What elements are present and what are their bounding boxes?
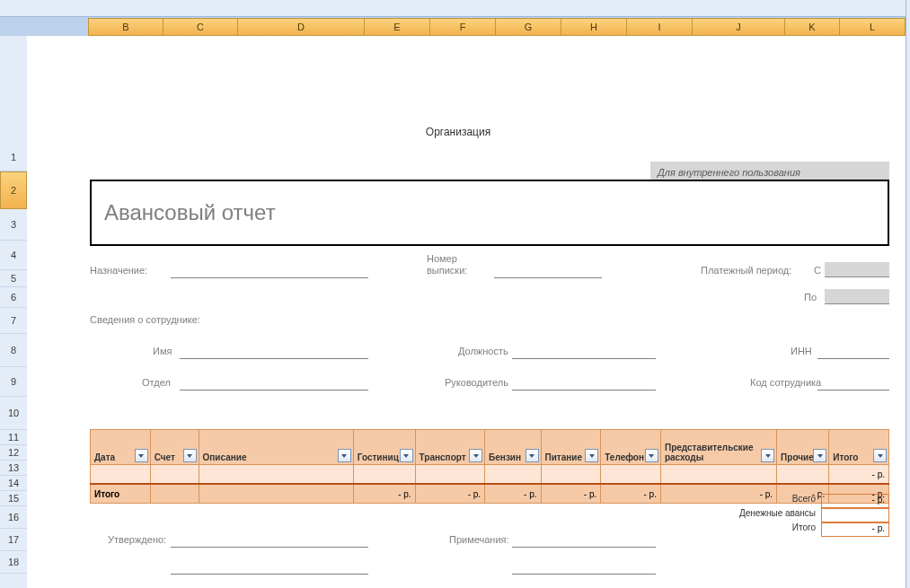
summary-grand-row: Итого - р.: [692, 522, 889, 537]
label-notes: Примечания:: [449, 534, 509, 545]
row-head-8[interactable]: 8: [0, 334, 27, 367]
cell[interactable]: - р.: [829, 465, 889, 485]
field-notes-1[interactable]: [512, 546, 656, 548]
th-hotel[interactable]: Гостиниц: [353, 430, 415, 465]
row-head-17[interactable]: 17: [0, 529, 27, 551]
cell: - р.: [415, 484, 484, 504]
col-head-E[interactable]: E: [364, 18, 430, 36]
summary-value[interactable]: - р.: [821, 494, 889, 508]
field-pay-to[interactable]: [825, 289, 889, 304]
filter-icon[interactable]: [400, 449, 413, 462]
field-position[interactable]: [512, 357, 656, 359]
th-phone[interactable]: Телефон: [601, 430, 661, 465]
cell[interactable]: [91, 465, 151, 485]
row-head-4[interactable]: 4: [0, 241, 27, 270]
row-head-15[interactable]: 15: [0, 491, 27, 506]
row-label: 2: [11, 185, 16, 196]
row-head-5[interactable]: 5: [0, 270, 27, 287]
filter-icon[interactable]: [526, 449, 539, 462]
row-head-6[interactable]: 6: [0, 287, 27, 308]
filter-icon[interactable]: [761, 449, 774, 462]
th-account[interactable]: Счет: [150, 430, 199, 465]
summary-total-row: Всего - р.: [692, 494, 889, 508]
worksheet-area[interactable]: Организация Для внутреннего пользования …: [27, 36, 910, 588]
col-head-K[interactable]: K: [784, 18, 840, 36]
filter-icon[interactable]: [338, 449, 351, 462]
col-head-L[interactable]: L: [839, 18, 906, 36]
th-date[interactable]: Дата: [91, 430, 151, 465]
field-manager[interactable]: [512, 389, 656, 391]
row-label: 4: [11, 250, 16, 260]
label-position: Должность: [458, 346, 508, 356]
th-total[interactable]: Итого: [829, 430, 889, 465]
field-approved-2[interactable]: [171, 573, 368, 575]
col-head-H[interactable]: H: [561, 18, 627, 36]
col-head-B[interactable]: B: [88, 18, 163, 36]
col-head-F[interactable]: F: [429, 18, 496, 36]
field-name[interactable]: [180, 357, 368, 359]
th-entertainment[interactable]: Представительские расходы: [660, 430, 776, 465]
field-inn[interactable]: [817, 357, 889, 359]
cell[interactable]: [660, 465, 776, 485]
col-head-I[interactable]: I: [626, 18, 693, 36]
row-label: 9: [11, 376, 16, 387]
summary-label: Всего: [692, 494, 821, 508]
cell: [199, 484, 353, 504]
row-head-7[interactable]: 7: [0, 308, 27, 334]
filter-icon[interactable]: [813, 449, 826, 462]
field-statement-no[interactable]: [494, 276, 602, 278]
cell[interactable]: [415, 465, 484, 485]
field-pay-from[interactable]: [825, 262, 889, 277]
field-emp-code[interactable]: [817, 389, 889, 391]
cell[interactable]: [150, 465, 199, 485]
col-head-C[interactable]: C: [163, 18, 238, 36]
row-head-18[interactable]: 18: [0, 551, 27, 574]
row-head-12[interactable]: 12: [0, 445, 27, 461]
cell[interactable]: [353, 465, 415, 485]
filter-icon[interactable]: [135, 449, 148, 462]
row-head-16[interactable]: 16: [0, 506, 27, 529]
filter-icon[interactable]: [585, 449, 598, 462]
row-head-11[interactable]: 11: [0, 430, 27, 445]
row-head-3[interactable]: 3: [0, 209, 27, 241]
th-description[interactable]: Описание: [199, 430, 353, 465]
table-data-row[interactable]: - р.: [91, 465, 889, 485]
row-label: 8: [11, 345, 16, 355]
row-head-2[interactable]: 2: [0, 171, 27, 209]
field-notes-2[interactable]: [512, 573, 656, 575]
sheet-content: Организация Для внутреннего пользования …: [27, 36, 907, 588]
field-department[interactable]: [180, 389, 368, 391]
filter-icon[interactable]: [645, 449, 658, 462]
cell[interactable]: [485, 465, 541, 485]
cell[interactable]: [199, 465, 353, 485]
row-head-1[interactable]: 1: [0, 144, 27, 171]
col-head-D[interactable]: D: [237, 18, 365, 36]
filter-icon[interactable]: [183, 449, 197, 462]
row-head-10[interactable]: 10: [0, 397, 27, 430]
filter-icon[interactable]: [873, 449, 887, 462]
th-transport[interactable]: Транспорт: [415, 430, 484, 465]
cell[interactable]: [541, 465, 601, 485]
cell[interactable]: [777, 465, 829, 485]
th-gas[interactable]: Бензин: [485, 430, 541, 465]
field-approved-1[interactable]: [171, 546, 368, 548]
summary-value[interactable]: [821, 508, 889, 522]
filter-icon[interactable]: [469, 449, 482, 462]
th-other[interactable]: Прочие: [777, 430, 829, 465]
col-label: E: [393, 22, 400, 32]
title-cell[interactable]: Авансовый отчет: [90, 180, 889, 246]
row-head-13[interactable]: 13: [0, 461, 27, 476]
col-head-J[interactable]: J: [692, 18, 785, 36]
col-label: H: [590, 22, 597, 32]
col-head-G[interactable]: G: [495, 18, 561, 36]
vertical-scrollbar[interactable]: [906, 0, 910, 588]
row-head-14[interactable]: 14: [0, 476, 27, 491]
cell[interactable]: [601, 465, 661, 485]
field-purpose[interactable]: [171, 276, 368, 278]
label-name: Имя: [153, 346, 172, 356]
summary-value[interactable]: - р.: [821, 522, 889, 537]
row-head-9[interactable]: 9: [0, 367, 27, 397]
expense-table: Дата Счет Описание Гостиниц Транспорт Бе…: [90, 429, 889, 504]
row-label: 12: [8, 447, 19, 458]
th-meals[interactable]: Питание: [541, 430, 601, 465]
